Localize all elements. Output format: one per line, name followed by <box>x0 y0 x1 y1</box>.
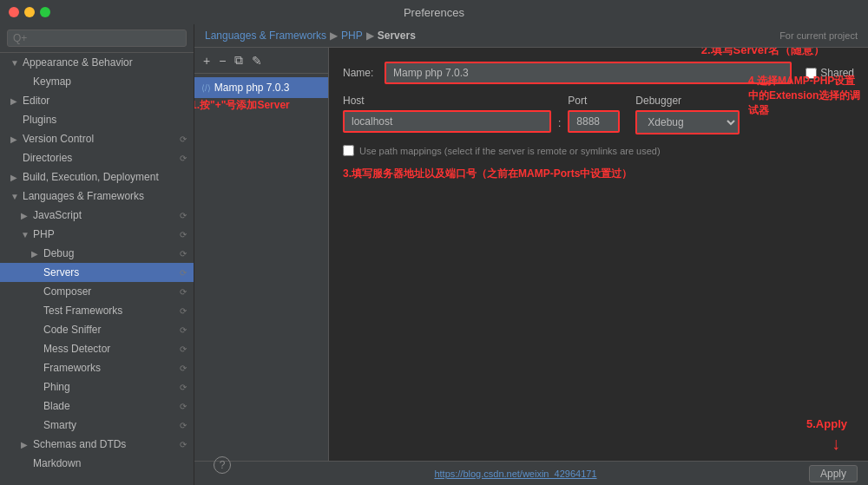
name-label: Name: <box>343 67 378 79</box>
close-button[interactable] <box>9 7 19 17</box>
sidebar-item-build-execution[interactable]: ▶Build, Execution, Deployment <box>0 167 194 187</box>
breadcrumb-sep1: ▶ <box>330 29 338 42</box>
sidebar-item-debug[interactable]: ▶Debug⟳ <box>0 244 194 263</box>
sync-icon: ⟳ <box>180 249 187 259</box>
sidebar-item-mess-detector[interactable]: Mess Detector⟳ <box>0 339 194 358</box>
sidebar-item-label: JavaScript <box>33 209 82 221</box>
arrow-icon: ▶ <box>10 134 21 144</box>
colon-separator: : <box>558 117 561 134</box>
apply-arrow: ↓ <box>832 434 840 454</box>
sidebar-item-markdown[interactable]: Markdown <box>0 454 194 473</box>
sidebar-item-label: Editor <box>23 95 49 107</box>
port-input[interactable] <box>568 110 620 133</box>
path-mappings-checkbox[interactable] <box>343 145 354 156</box>
sidebar-item-code-sniffer[interactable]: Code Sniffer⟳ <box>0 320 194 339</box>
maximize-button[interactable] <box>40 7 50 17</box>
sync-icon: ⟳ <box>180 306 187 316</box>
sidebar-item-label: Build, Execution, Deployment <box>23 171 159 183</box>
sidebar-item-label: Debug <box>43 247 74 259</box>
arrow-icon: ▼ <box>10 58 21 68</box>
server-list: + − ⧉ ✎ 1.按"+"号添加Server ⟨/⟩ Mamp php 7.0… <box>194 48 329 461</box>
sidebar-item-phing[interactable]: Phing⟳ <box>0 377 194 397</box>
sidebar-item-label: Version Control <box>23 133 94 145</box>
sidebar-item-label: Appearance & Behavior <box>23 56 133 69</box>
help-button[interactable]: ? <box>214 456 231 474</box>
sidebar-item-javascript[interactable]: ▶JavaScript⟳ <box>0 206 194 225</box>
sidebar-item-label: Schemas and DTDs <box>33 438 126 450</box>
sidebar-item-label: Phing <box>43 381 70 393</box>
apply-button[interactable]: Apply <box>809 465 858 482</box>
sidebar-scroll: ▼Appearance & BehaviorKeymap▶EditorPlugi… <box>0 53 194 485</box>
remove-server-button[interactable]: − <box>215 52 229 69</box>
sidebar-item-blade[interactable]: Blade⟳ <box>0 397 194 416</box>
sidebar-item-editor[interactable]: ▶Editor <box>0 91 194 110</box>
server-list-items: ⟨/⟩ Mamp php 7.0.3 <box>194 77 328 461</box>
sidebar-item-label: Markdown <box>33 457 81 469</box>
bottom-bar: ? https://blog.csdn.net/weixin_42964171 … <box>194 461 868 485</box>
add-server-button[interactable]: + <box>200 52 214 69</box>
name-input[interactable] <box>385 62 792 84</box>
window-title: Preferences <box>404 6 464 19</box>
port-label: Port <box>568 95 628 107</box>
search-bar <box>0 24 194 53</box>
shared-checkbox[interactable] <box>806 68 817 79</box>
minimize-button[interactable] <box>24 7 35 17</box>
sync-icon: ⟳ <box>180 440 187 449</box>
sync-icon: ⟳ <box>180 211 187 220</box>
annotation-2: 2.填写Server名（随意） <box>701 48 825 58</box>
debugger-select[interactable]: Xdebug Zend Debugger None <box>635 110 740 134</box>
sidebar-item-languages-frameworks[interactable]: ▼Languages & Frameworks <box>0 187 194 206</box>
sidebar-item-label: PHP <box>33 228 55 240</box>
sidebar-item-appearance-behavior[interactable]: ▼Appearance & Behavior <box>0 53 194 72</box>
sidebar-item-label: Frameworks <box>43 362 101 374</box>
breadcrumb-languages[interactable]: Languages & Frameworks <box>205 29 326 42</box>
search-input[interactable] <box>7 29 187 47</box>
sidebar-item-label: Plugins <box>23 114 56 126</box>
sidebar-item-keymap[interactable]: Keymap <box>0 72 194 91</box>
sidebar-item-servers[interactable]: Servers⟳ <box>0 263 194 282</box>
sync-icon: ⟳ <box>180 268 187 278</box>
sidebar-item-directories[interactable]: Directories⟳ <box>0 148 194 167</box>
sidebar-item-label: Composer <box>43 285 91 298</box>
sidebar-item-label: Servers <box>43 266 79 279</box>
breadcrumb-servers: Servers <box>378 29 416 42</box>
sidebar-item-version-control[interactable]: ▶Version Control⟳ <box>0 129 194 148</box>
sync-icon: ⟳ <box>180 421 187 430</box>
sidebar-item-label: Directories <box>23 152 72 164</box>
php-icon: ⟨/⟩ <box>201 83 211 93</box>
sidebar-item-frameworks[interactable]: Frameworks⟳ <box>0 358 194 377</box>
bottom-right: Apply <box>809 465 858 482</box>
sync-icon: ⟳ <box>180 230 187 239</box>
shared-label: Shared <box>806 67 854 79</box>
sync-icon: ⟳ <box>180 134 187 144</box>
port-group: Port <box>568 95 628 133</box>
sidebar-item-test-frameworks[interactable]: Test Frameworks⟳ <box>0 301 194 320</box>
host-input[interactable] <box>343 110 551 133</box>
sidebar-item-label: Test Frameworks <box>43 305 122 317</box>
servers-content: 2.填写Server名（随意） Name: Shared <box>329 48 868 461</box>
copy-server-button[interactable]: ⧉ <box>231 51 247 69</box>
path-mappings-text: Use path mappings (select if the server … <box>359 146 661 156</box>
sidebar-item-smarty[interactable]: Smarty⟳ <box>0 416 194 435</box>
servers-panel: + − ⧉ ✎ 1.按"+"号添加Server ⟨/⟩ Mamp php 7.0… <box>194 48 868 461</box>
sidebar-item-plugins[interactable]: Plugins <box>0 110 194 129</box>
sidebar-item-php[interactable]: ▼PHP⟳ <box>0 225 194 244</box>
arrow-icon: ▶ <box>31 249 42 259</box>
server-item-mamp[interactable]: ⟨/⟩ Mamp php 7.0.3 <box>194 77 328 98</box>
sidebar-item-schemas-dtds[interactable]: ▶Schemas and DTDs⟳ <box>0 435 194 454</box>
annotation-5: 5.Apply <box>806 417 847 430</box>
sidebar-item-label: Keymap <box>33 75 71 88</box>
sidebar-item-composer[interactable]: Composer⟳ <box>0 282 194 301</box>
sync-icon: ⟳ <box>180 383 187 392</box>
breadcrumb-php[interactable]: PHP <box>341 29 363 42</box>
title-bar: Preferences <box>0 0 868 24</box>
content-area: Languages & Frameworks ▶ PHP ▶ Servers F… <box>194 24 868 485</box>
edit-server-button[interactable]: ✎ <box>248 52 266 69</box>
bottom-link[interactable]: https://blog.csdn.net/weixin_42964171 <box>434 469 596 479</box>
sync-icon: ⟳ <box>180 402 187 411</box>
sidebar-item-label: Code Sniffer <box>43 324 102 336</box>
path-mappings-row: Use path mappings (select if the server … <box>343 145 854 156</box>
arrow-icon: ▼ <box>21 230 31 239</box>
annotation-3: 3.填写服务器地址以及端口号（之前在MAMP-Ports中设置过） <box>343 167 854 181</box>
arrow-icon: ▶ <box>21 440 31 449</box>
